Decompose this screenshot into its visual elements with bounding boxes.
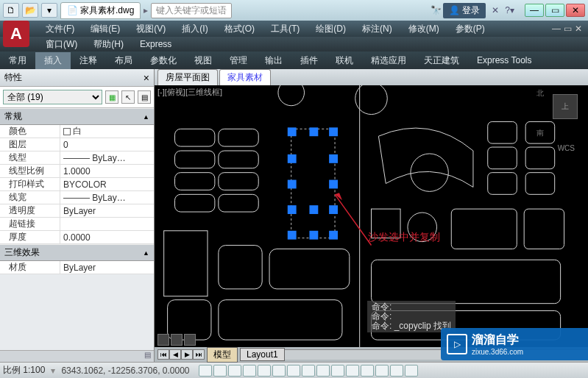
status-scale[interactable]: 比例 1:100 [3,364,45,377]
properties-panel-header[interactable]: 特性 × [0,69,154,87]
prop-material-value[interactable]: ByLayer [60,263,154,273]
window-maximize-button[interactable]: ▭ [545,4,564,17]
qat-open-icon[interactable]: 📂 [22,3,38,18]
properties-panel: 特性 × 全部 (19) ▦ ↖ ▤ 常规 ▲ 颜色白 图层0 线型——— By… [0,69,155,362]
view-cube[interactable]: 上 [553,94,578,119]
status-bar: 比例 1:100 ▾ 6343.1062, -12256.3706, 0.000… [0,362,588,378]
menu-tools[interactable]: 工具(T) [263,21,307,37]
status-icon[interactable] [199,365,212,377]
status-icon[interactable] [390,365,403,377]
menu-draw[interactable]: 绘图(D) [308,21,353,37]
compass-south-label: 南 [536,128,544,138]
mdi-close-icon[interactable]: ✕ [575,24,582,34]
status-icon[interactable] [228,365,241,377]
panel-close-icon[interactable]: × [144,72,149,84]
ribbon-tab-plugins[interactable]: 插件 [291,52,327,69]
watermark-badge: ▷ 溜溜自学 zixue.3d66.com [441,328,588,360]
qat-new-icon[interactable]: 🗋 [3,3,19,18]
prop-thickness-value[interactable]: 0.0000 [60,232,154,243]
layout-tab-layout1[interactable]: Layout1 [240,348,285,361]
prop-ltscale-value[interactable]: 1.0000 [60,166,154,176]
properties-filter-select[interactable]: 全部 (19) [3,90,102,104]
menu-format[interactable]: 格式(O) [217,21,262,37]
document-title-tab[interactable]: 📄 家具素材.dwg [60,2,141,19]
menu-file[interactable]: 文件(F) [38,21,82,37]
layout-tab-model[interactable]: 模型 [207,347,238,363]
status-icon[interactable] [243,365,256,377]
menu-bar-primary: 文件(F) 编辑(E) 视图(V) 插入(I) 格式(O) 工具(T) 绘图(D… [0,21,588,37]
viewport-label[interactable]: [-][俯视][三维线框] [157,87,222,98]
layout-nav-last-icon[interactable]: ⏭ [193,349,205,360]
viewport-toolbar-icon[interactable] [157,334,169,346]
menu-params[interactable]: 参数(P) [448,21,492,37]
status-icon[interactable] [272,365,286,377]
svg-rect-10 [219,246,262,289]
menu-dimension[interactable]: 标注(N) [355,21,400,37]
prop-lineweight-value[interactable]: ——— ByLay… [60,193,154,203]
status-icon[interactable] [213,365,227,377]
mdi-minimize-icon[interactable]: — [552,24,561,34]
ribbon-tab-online[interactable]: 联机 [327,52,362,69]
menu-modify[interactable]: 修改(M) [401,21,447,37]
wcs-label[interactable]: WCS [558,144,575,152]
ribbon-tab-annotate[interactable]: 注释 [71,52,106,69]
window-minimize-button[interactable]: — [525,4,544,17]
ribbon-tab-express[interactable]: Express Tools [468,53,540,68]
status-icon[interactable] [405,365,418,377]
prop-transparency-value[interactable]: ByLayer [60,206,154,216]
menu-help[interactable]: 帮助(H) [86,38,131,51]
drawing-viewport[interactable]: [-][俯视][三维线框] [155,85,588,347]
help-icon[interactable]: ?▾ [505,5,514,15]
svg-rect-24 [288,205,297,214]
document-tab-floorplan[interactable]: 房屋平面图 [157,69,218,85]
menu-express[interactable]: Express [132,38,179,50]
login-button[interactable]: 👤 登录 [443,3,486,18]
properties-section-3d[interactable]: 三维效果 ▲ [0,244,154,261]
exchange-icon[interactable]: ✕ [492,5,499,15]
qat-dropdown-icon[interactable]: ▾ [41,3,57,18]
status-icon[interactable] [375,365,389,377]
status-icon[interactable] [302,365,315,377]
binoculars-icon[interactable]: 🔭 [431,5,442,15]
search-input[interactable]: 键入关键字或短语 [151,3,232,18]
status-icon[interactable] [346,365,359,377]
layout-nav-first-icon[interactable]: ⏮ [157,349,169,360]
viewport-toolbar-icon[interactable] [184,334,196,346]
prop-color-value[interactable]: 白 [60,125,154,138]
svg-rect-12 [219,300,342,340]
layout-nav-next-icon[interactable]: ▶ [181,349,193,360]
menu-edit[interactable]: 编辑(E) [83,21,127,37]
viewport-toolbar-icon[interactable] [171,334,183,346]
properties-section-general[interactable]: 常规 ▲ [0,108,154,125]
prop-linetype-value[interactable]: ——— ByLay… [60,153,154,163]
mdi-restore-icon[interactable]: ▭ [564,24,572,34]
status-icon[interactable] [316,365,330,377]
ribbon-tab-tangent[interactable]: 天正建筑 [415,52,468,69]
quick-select-icon[interactable]: ▦ [105,90,118,104]
ribbon-tab-manage[interactable]: 管理 [221,52,256,69]
prop-plotstyle-value[interactable]: BYCOLOR [60,179,154,190]
ribbon-tab-layout[interactable]: 布局 [106,52,141,69]
prop-layer-value[interactable]: 0 [60,140,154,150]
ribbon-tab-output[interactable]: 输出 [256,52,291,69]
status-icon[interactable] [331,365,344,377]
application-menu-button[interactable]: A [3,21,32,50]
window-close-button[interactable]: ✕ [566,4,585,17]
ribbon-tab-parametric[interactable]: 参数化 [141,52,185,69]
svg-rect-29 [329,231,338,240]
ribbon-tab-view[interactable]: 视图 [185,52,221,69]
toggle-pickadd-icon[interactable]: ▤ [138,90,151,104]
menu-insert[interactable]: 插入(I) [174,21,215,37]
status-icon[interactable] [258,365,271,377]
ribbon-tab-home[interactable]: 常用 [0,52,35,69]
layout-nav-prev-icon[interactable]: ◀ [169,349,181,360]
ribbon-tab-featured[interactable]: 精选应用 [362,52,415,69]
status-icon[interactable] [361,365,374,377]
ribbon-tab-insert[interactable]: 插入 [35,52,71,69]
svg-rect-8 [219,194,258,212]
menu-view[interactable]: 视图(V) [129,21,173,37]
select-objects-icon[interactable]: ↖ [121,90,135,104]
document-tab-furniture[interactable]: 家具素材 [219,69,271,85]
status-icon[interactable] [287,365,300,377]
menu-window[interactable]: 窗口(W) [38,38,85,51]
